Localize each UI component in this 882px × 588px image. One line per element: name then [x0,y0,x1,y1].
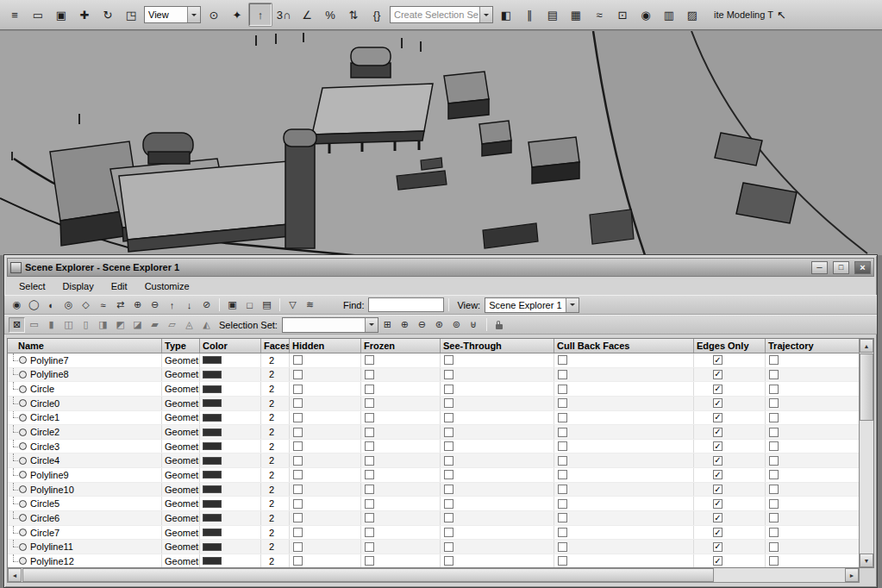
table-row[interactable]: Polyline7 Geometry 2 [8,353,859,368]
see-through-checkbox[interactable] [444,441,454,451]
select-children-button[interactable]: ↓ [181,297,197,313]
see-through-checkbox[interactable] [444,398,454,408]
cull-back-faces-checkbox[interactable] [558,513,567,522]
trajectory-checkbox[interactable] [769,385,779,394]
trajectory-checkbox[interactable] [769,470,779,479]
rectangular-selection-region-button[interactable]: ▭ [27,3,49,26]
see-through-checkbox[interactable] [444,556,454,566]
scroll-down-button[interactable]: ▼ [860,554,873,567]
render-setup-button[interactable]: ▥ [658,3,680,26]
cull-back-faces-checkbox[interactable] [558,385,567,394]
see-through-checkbox[interactable] [444,499,454,509]
select-set-members-button[interactable]: ⊛ [431,317,447,333]
column-header-faces[interactable]: Faces [261,339,290,353]
edges-only-checkbox[interactable] [713,485,722,494]
select-and-rotate-button[interactable]: ↻ [97,3,119,26]
hidden-checkbox[interactable] [293,470,303,479]
frozen-checkbox[interactable] [365,385,374,394]
spinner-snap-toggle-button[interactable]: ⇅ [342,3,365,26]
snaps-toggle-button[interactable]: 3∩ [272,3,295,26]
object-color-swatch[interactable] [203,371,222,378]
edit-color-toggle-button[interactable]: ▮ [43,317,59,333]
table-row[interactable]: Circle6 Geometry 2 [8,511,859,526]
edges-only-checkbox[interactable] [713,556,722,566]
dropdown-arrow-icon[interactable] [365,318,378,332]
find-input[interactable] [368,297,444,312]
column-header-edges-only[interactable]: Edges Only [694,339,766,353]
object-color-swatch[interactable] [203,428,222,436]
hidden-checkbox[interactable] [293,413,303,422]
object-color-swatch[interactable] [203,500,222,508]
menu-customize[interactable]: Customize [137,279,197,293]
reference-coordinate-system-dropdown[interactable]: View [144,6,201,23]
column-header-hidden[interactable]: Hidden [290,339,361,353]
object-color-swatch[interactable] [203,399,222,407]
see-through-checkbox[interactable] [444,513,454,522]
detail-view-toggle-button[interactable]: ▤ [259,297,275,313]
edit-frozen-toggle-button[interactable]: ▯ [78,317,94,333]
see-through-checkbox[interactable] [444,470,454,479]
select-and-scale-button[interactable]: ◳ [120,3,142,26]
see-through-checkbox[interactable] [444,385,454,394]
table-row[interactable]: Circle2 Geometry 2 [8,425,859,440]
cull-back-faces-checkbox[interactable] [558,542,567,552]
column-header-trajectory[interactable]: Trajectory [766,339,859,353]
vertical-scroll-track[interactable] [860,353,873,554]
trajectory-checkbox[interactable] [769,485,779,494]
select-all-button[interactable]: ◉ [9,297,25,313]
sync-selection-button[interactable]: ⇄ [112,297,128,313]
edges-only-checkbox[interactable] [713,470,722,479]
select-instances-button[interactable]: ◎ [60,297,77,313]
named-selection-sets-dropdown[interactable]: Create Selection Se [390,6,493,23]
select-influences-button[interactable]: ≈ [95,297,111,313]
edit-edges-toggle-button[interactable]: ▰ [147,317,163,333]
edges-only-checkbox[interactable] [713,528,722,537]
lock-icon[interactable] [491,317,508,333]
frozen-checkbox[interactable] [365,485,374,494]
frozen-checkbox[interactable] [365,370,374,379]
column-header-cull-back-faces[interactable]: Cull Back Faces [554,339,694,353]
edges-only-checkbox[interactable] [713,385,722,394]
table-row[interactable]: Circle3 Geometry 2 [8,440,859,454]
layer-manager-button[interactable]: ▤ [541,3,564,26]
cull-back-faces-checkbox[interactable] [558,556,567,566]
object-color-swatch[interactable] [203,356,222,364]
edges-only-checkbox[interactable] [713,456,722,466]
cull-back-faces-checkbox[interactable] [558,413,567,422]
scroll-right-button[interactable]: ► [845,568,859,582]
list-view-toggle-button[interactable]: ▣ [224,297,241,313]
see-through-checkbox[interactable] [444,485,454,494]
object-color-swatch[interactable] [203,471,222,479]
cull-back-faces-checkbox[interactable] [558,456,567,466]
frozen-checkbox[interactable] [365,428,374,437]
select-none-button[interactable]: ◯ [26,297,42,313]
edit-name-toggle-button[interactable]: ▭ [26,317,42,333]
cull-back-faces-checkbox[interactable] [558,485,567,494]
object-color-swatch[interactable] [203,457,222,465]
table-row[interactable]: Polyline8 Geometry 2 [8,368,859,383]
add-to-selection-set-button[interactable]: ⊕ [397,317,413,333]
see-through-checkbox[interactable] [444,370,454,379]
keyboard-shortcut-override-button[interactable]: ↑ [249,3,272,26]
explorer-view-dropdown[interactable]: Scene Explorer 1 [485,297,579,313]
horizontal-scroll-thumb[interactable] [22,568,714,582]
frozen-checkbox[interactable] [365,398,374,408]
edges-only-checkbox[interactable] [713,441,722,451]
frozen-checkbox[interactable] [365,470,374,479]
dropdown-arrow-icon[interactable] [566,298,579,312]
table-row[interactable]: Circle5 Geometry 2 [8,497,859,511]
vertical-scrollbar[interactable]: ▲ ▼ [859,339,873,567]
table-row[interactable]: Polyline12 Geometry 2 [8,554,859,567]
selection-set-dropdown[interactable] [282,317,378,333]
configure-filter-button[interactable]: ≋ [302,297,318,313]
subtract-from-selection-set-button[interactable]: ⊖ [414,317,430,333]
see-through-checkbox[interactable] [444,456,454,466]
horizontal-scrollbar[interactable]: ◄ ► [7,568,860,583]
hidden-checkbox[interactable] [293,385,303,394]
trajectory-checkbox[interactable] [769,413,779,422]
frozen-checkbox[interactable] [365,528,374,537]
cull-back-faces-checkbox[interactable] [558,528,567,537]
hidden-checkbox[interactable] [293,398,303,408]
highlight-selection-set-button[interactable]: ⊚ [448,317,465,333]
select-and-manipulate-button[interactable]: ✦ [226,3,248,26]
